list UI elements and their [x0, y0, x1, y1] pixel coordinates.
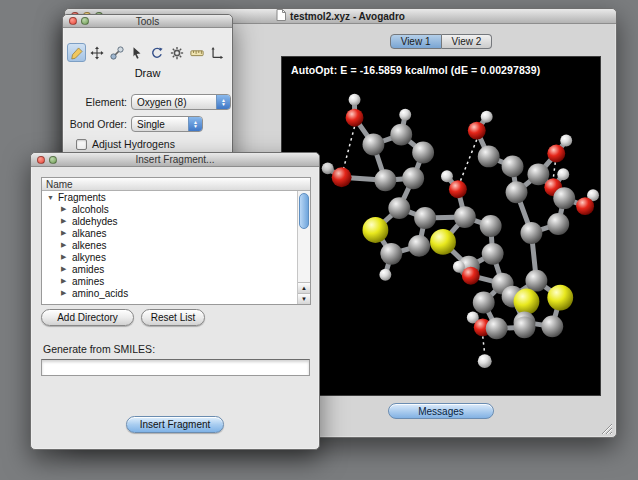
- atom-o[interactable]: [346, 109, 364, 127]
- bond-centric-tool-button[interactable]: [107, 43, 126, 62]
- atom-c[interactable]: [502, 155, 524, 177]
- adjust-hydrogens-checkbox[interactable]: [76, 139, 87, 150]
- collapse-icon[interactable]: [81, 17, 89, 25]
- collapse-icon[interactable]: [49, 156, 57, 164]
- atom-h[interactable]: [349, 94, 361, 106]
- navigate-tool-button[interactable]: [87, 43, 106, 62]
- tools-window-titlebar[interactable]: Tools: [63, 15, 232, 28]
- resize-grip[interactable]: [600, 421, 613, 434]
- disclosure-triangle-icon[interactable]: ▶: [61, 289, 70, 297]
- atom-s[interactable]: [362, 217, 388, 243]
- reset-list-button[interactable]: Reset List: [141, 309, 205, 326]
- atom-h[interactable]: [481, 111, 493, 123]
- atom-h[interactable]: [441, 170, 453, 182]
- smiles-input[interactable]: [41, 359, 310, 376]
- tree-item-alkenes[interactable]: ▶alkenes: [42, 239, 310, 251]
- atom-c[interactable]: [514, 316, 536, 338]
- disclosure-triangle-icon[interactable]: ▼: [47, 194, 56, 201]
- add-directory-button[interactable]: Add Directory: [41, 309, 134, 326]
- tree-item-label: Fragments: [58, 192, 106, 203]
- scroll-down-icon[interactable]: ▼: [298, 293, 310, 304]
- element-dropdown[interactable]: Oxygen (8) ▲▼: [131, 94, 231, 110]
- disclosure-triangle-icon[interactable]: ▶: [61, 277, 70, 285]
- atom-c[interactable]: [408, 235, 430, 257]
- atom-c[interactable]: [506, 181, 528, 203]
- atom-c[interactable]: [541, 315, 563, 337]
- atom-c[interactable]: [374, 169, 396, 191]
- atom-c[interactable]: [380, 243, 402, 265]
- disclosure-triangle-icon[interactable]: ▶: [61, 217, 70, 225]
- atom-c[interactable]: [388, 197, 410, 219]
- atom-c[interactable]: [553, 187, 575, 209]
- atom-c[interactable]: [362, 134, 384, 156]
- disclosure-triangle-icon[interactable]: ▶: [61, 205, 70, 213]
- auto-optimize-tool-button[interactable]: [167, 43, 186, 62]
- tab-view-2[interactable]: View 2: [442, 34, 493, 49]
- scrollbar-thumb[interactable]: [299, 193, 309, 229]
- atom-c[interactable]: [473, 292, 495, 314]
- manipulate-tool-button[interactable]: [127, 43, 146, 62]
- scroll-up-icon[interactable]: ▲: [298, 282, 310, 293]
- tree-item-label: aldehydes: [72, 216, 118, 227]
- atom-s[interactable]: [430, 229, 456, 255]
- atom-h[interactable]: [478, 354, 492, 368]
- disclosure-triangle-icon[interactable]: ▶: [61, 253, 70, 261]
- tab-view-1[interactable]: View 1: [390, 34, 442, 49]
- align-tool-button[interactable]: [207, 43, 226, 62]
- auto-rotate-tool-button[interactable]: [147, 43, 166, 62]
- disclosure-triangle-icon[interactable]: ▶: [61, 265, 70, 273]
- messages-button[interactable]: Messages: [388, 403, 494, 419]
- atom-c[interactable]: [521, 222, 543, 244]
- bond-order-dropdown[interactable]: Single ▲▼: [131, 116, 203, 132]
- atom-c[interactable]: [402, 167, 424, 189]
- atom-o[interactable]: [449, 180, 467, 198]
- tree-item-amines[interactable]: ▶amines: [42, 275, 310, 287]
- tree-item-aldehydes[interactable]: ▶aldehydes: [42, 215, 310, 227]
- disclosure-triangle-icon[interactable]: ▶: [61, 229, 70, 237]
- tools-window: Tools: [62, 14, 233, 164]
- atom-c[interactable]: [525, 270, 547, 292]
- window-controls: [69, 17, 89, 25]
- atom-o[interactable]: [332, 167, 352, 187]
- atom-c[interactable]: [547, 213, 569, 235]
- tree-item-alcohols[interactable]: ▶alcohols: [42, 203, 310, 215]
- disclosure-triangle-icon[interactable]: ▶: [61, 241, 70, 249]
- atom-c[interactable]: [482, 243, 504, 265]
- atom-s[interactable]: [514, 289, 540, 315]
- atom-c[interactable]: [480, 215, 502, 237]
- atom-h[interactable]: [322, 162, 334, 174]
- atom-c[interactable]: [412, 142, 434, 164]
- atom-h[interactable]: [379, 269, 391, 281]
- measure-tool-button[interactable]: [187, 43, 206, 62]
- tree-item-label: amino_acids: [72, 288, 128, 299]
- tree-item-alkanes[interactable]: ▶alkanes: [42, 227, 310, 239]
- tree-item-alkynes[interactable]: ▶alkynes: [42, 251, 310, 263]
- atom-h[interactable]: [399, 109, 411, 121]
- atom-c[interactable]: [486, 317, 508, 339]
- atom-c[interactable]: [478, 146, 500, 168]
- tree-item-fragments[interactable]: ▼Fragments: [42, 191, 310, 203]
- close-icon[interactable]: [37, 156, 45, 164]
- atom-h[interactable]: [453, 261, 465, 273]
- tree-item-amides[interactable]: ▶amides: [42, 263, 310, 275]
- atom-c[interactable]: [390, 124, 412, 146]
- atom-c[interactable]: [414, 207, 436, 229]
- atom-o[interactable]: [462, 267, 480, 285]
- atom-h[interactable]: [557, 168, 569, 180]
- atom-o[interactable]: [576, 197, 594, 215]
- atom-o[interactable]: [547, 145, 565, 163]
- atom-o[interactable]: [468, 122, 486, 140]
- render-viewport[interactable]: AutoOpt: E = -16.5859 kcal/mol (dE = 0.0…: [281, 56, 601, 396]
- close-icon[interactable]: [69, 17, 77, 25]
- atom-s[interactable]: [547, 285, 573, 311]
- hydrogen-bond: [553, 162, 555, 178]
- fragment-window-titlebar[interactable]: Insert Fragment...: [31, 153, 319, 167]
- atom-c[interactable]: [527, 163, 549, 185]
- atom-c[interactable]: [454, 206, 476, 228]
- insert-fragment-button[interactable]: Insert Fragment: [126, 416, 224, 433]
- tree-item-amino_acids[interactable]: ▶amino_acids: [42, 287, 310, 299]
- atom-h[interactable]: [560, 135, 572, 147]
- list-scrollbar[interactable]: ▲ ▼: [297, 191, 310, 304]
- list-column-header[interactable]: Name: [42, 178, 310, 191]
- draw-tool-button[interactable]: [67, 43, 86, 62]
